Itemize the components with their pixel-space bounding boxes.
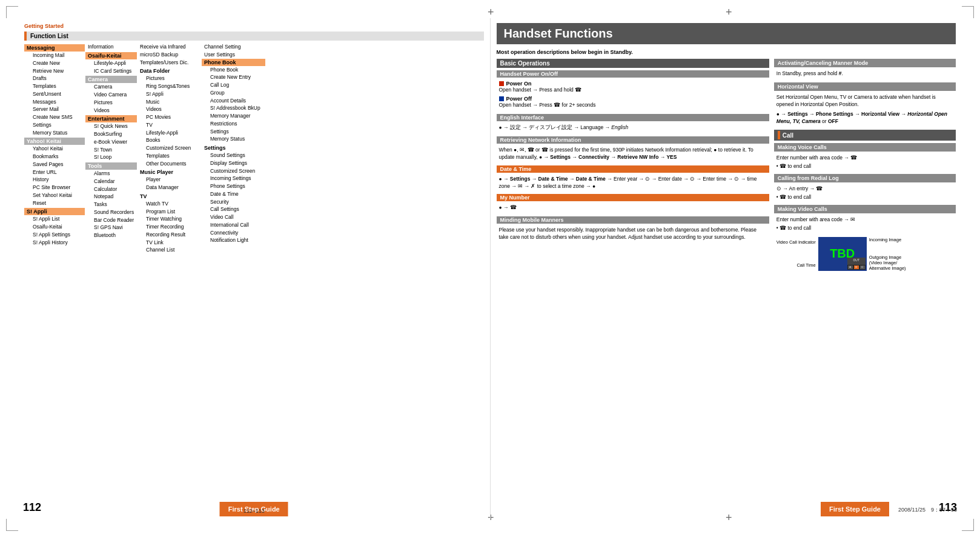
notepad[interactable]: Notepad bbox=[85, 193, 137, 201]
retrieve-new[interactable]: Retrieve New bbox=[24, 67, 85, 75]
calendar[interactable]: Calendar bbox=[85, 178, 137, 185]
reset[interactable]: Reset bbox=[24, 199, 85, 207]
s-customized[interactable]: Customized Screen bbox=[202, 167, 265, 175]
tasks[interactable]: Tasks bbox=[85, 201, 137, 208]
sappli-settings[interactable]: S! Appli Settings bbox=[24, 231, 85, 239]
s-date-time[interactable]: Date & Time bbox=[202, 190, 265, 198]
incoming-mail[interactable]: Incoming Mail bbox=[24, 52, 85, 59]
pb-account[interactable]: Account Details bbox=[202, 97, 265, 105]
horizontal-view-header: Horizontal View bbox=[774, 82, 956, 91]
df-ring-songs[interactable]: Ring Songs&Tones bbox=[137, 82, 201, 90]
pb-memory[interactable]: Memory Manager bbox=[202, 112, 265, 120]
df-pictures[interactable]: Pictures bbox=[137, 75, 201, 82]
enter-url[interactable]: Enter URL bbox=[24, 168, 85, 176]
s-video-call[interactable]: Video Call bbox=[202, 213, 265, 221]
pb-memory-status[interactable]: Memory Status bbox=[202, 135, 265, 143]
s-phone[interactable]: Phone Settings bbox=[202, 182, 265, 190]
df-books[interactable]: Books bbox=[137, 136, 201, 144]
df-pc-movies[interactable]: PC Movies bbox=[137, 113, 201, 121]
pb-group[interactable]: Group bbox=[202, 89, 265, 97]
camera[interactable]: Camera bbox=[85, 83, 137, 91]
df-videos[interactable]: Videos bbox=[137, 105, 201, 113]
s-town[interactable]: S! Town bbox=[85, 146, 137, 154]
tv-timer-watching[interactable]: Timer Watching bbox=[137, 215, 201, 223]
information[interactable]: Information bbox=[85, 43, 137, 51]
create-new[interactable]: Create New bbox=[24, 59, 85, 67]
col-phone-book: Channel Setting User Settings Phone Book… bbox=[202, 43, 265, 254]
tv-program[interactable]: Program List bbox=[137, 208, 201, 216]
df-sappli[interactable]: S! Appli bbox=[137, 90, 201, 98]
create-new-sms[interactable]: Create New SMS bbox=[24, 113, 85, 121]
book-surfing[interactable]: BookSurfing bbox=[85, 130, 137, 138]
network-subsection: Retrieving Network Information When ●, ✉… bbox=[497, 136, 769, 162]
df-customized[interactable]: Customized Screen bbox=[137, 144, 201, 152]
alarms[interactable]: Alarms bbox=[85, 170, 137, 178]
s-loop[interactable]: S! Loop bbox=[85, 153, 137, 161]
pb-settings[interactable]: Settings bbox=[202, 128, 265, 136]
bluetooth[interactable]: Bluetooth bbox=[85, 232, 137, 239]
s-call-settings[interactable]: Call Settings bbox=[202, 205, 265, 213]
s-notification[interactable]: Notification Light bbox=[202, 236, 265, 244]
df-other[interactable]: Other Documents bbox=[137, 160, 201, 168]
history[interactable]: History bbox=[24, 176, 85, 184]
df-tv[interactable]: TV bbox=[137, 121, 201, 129]
s-display[interactable]: Display Settings bbox=[202, 159, 265, 167]
user-settings[interactable]: User Settings bbox=[202, 51, 265, 59]
tools-header: Tools bbox=[85, 162, 137, 170]
sappli-history[interactable]: S! Appli History bbox=[24, 239, 85, 247]
tv-link[interactable]: TV Link bbox=[137, 239, 201, 247]
mp-data-manager[interactable]: Data Manager bbox=[137, 184, 201, 192]
page-range: 112–113 bbox=[243, 508, 265, 514]
pictures[interactable]: Pictures bbox=[85, 99, 137, 107]
bar-code-reader[interactable]: Bar Code Reader bbox=[85, 216, 137, 224]
video-camera[interactable]: Video Camera bbox=[85, 91, 137, 99]
yahoo-keitai[interactable]: Yahoo! Keitai bbox=[24, 145, 85, 153]
s-quick-news[interactable]: S! Quick News bbox=[85, 122, 137, 130]
pc-site-browser[interactable]: PC Site Browser bbox=[24, 184, 85, 192]
pb-phone-book[interactable]: Phone Book bbox=[202, 66, 265, 74]
right-page: Handset Functions Most operation descrip… bbox=[491, 18, 962, 519]
s-connectivity[interactable]: Connectivity bbox=[202, 229, 265, 237]
videos[interactable]: Videos bbox=[85, 107, 137, 115]
s-intl-call[interactable]: International Call bbox=[202, 221, 265, 229]
df-music[interactable]: Music bbox=[137, 98, 201, 106]
templates-users[interactable]: Templates/Users Dic. bbox=[137, 59, 201, 67]
tv-watch[interactable]: Watch TV bbox=[137, 200, 201, 208]
templates[interactable]: Templates bbox=[24, 82, 85, 90]
memory-status-msg[interactable]: Memory Status bbox=[24, 129, 85, 137]
settings-msg[interactable]: Settings bbox=[24, 121, 85, 129]
s-gps-navi[interactable]: S! GPS Navi bbox=[85, 224, 137, 232]
drafts[interactable]: Drafts bbox=[24, 75, 85, 82]
redial-header: Calling from Redial Log bbox=[774, 174, 956, 182]
sappli-list[interactable]: S! Appli List bbox=[24, 215, 85, 223]
channel-setting[interactable]: Channel Setting bbox=[202, 43, 265, 51]
pb-restrictions[interactable]: Restrictions bbox=[202, 120, 265, 128]
e-book-viewer[interactable]: e-Book Viewer bbox=[85, 138, 137, 146]
pb-create-new[interactable]: Create New Entry bbox=[202, 73, 265, 81]
receive-infrared[interactable]: Receive via Infrared bbox=[137, 43, 201, 51]
pb-addressbook[interactable]: S! Addressbook BkUp bbox=[202, 104, 265, 112]
mp-player[interactable]: Player bbox=[137, 176, 201, 184]
microsd-backup[interactable]: microSD Backup bbox=[137, 51, 201, 59]
df-templates[interactable]: Templates bbox=[137, 152, 201, 160]
s-security[interactable]: Security bbox=[202, 198, 265, 206]
calculator[interactable]: Calculator bbox=[85, 185, 137, 193]
ic-card-settings[interactable]: IC Card Settings bbox=[85, 67, 137, 75]
tv-timer-recording[interactable]: Timer Recording bbox=[137, 223, 201, 231]
lifestyle-appli[interactable]: Lifestyle-Appli bbox=[85, 59, 137, 67]
s-sound[interactable]: Sound Settings bbox=[202, 152, 265, 159]
server-mail[interactable]: Server Mail bbox=[24, 105, 85, 113]
tv-recording-result[interactable]: Recording Result bbox=[137, 231, 201, 239]
sound-recorders[interactable]: Sound Recorders bbox=[85, 208, 137, 216]
saved-pages[interactable]: Saved Pages bbox=[24, 161, 85, 168]
bookmarks[interactable]: Bookmarks bbox=[24, 153, 85, 161]
manner-desc: In Standby, press and hold #. bbox=[774, 69, 956, 79]
pb-call-log[interactable]: Call Log bbox=[202, 81, 265, 89]
first-step-right[interactable]: First Step Guide bbox=[821, 502, 889, 516]
df-lifestyle[interactable]: Lifestyle-Appli bbox=[137, 129, 201, 137]
s-incoming[interactable]: Incoming Settings bbox=[202, 175, 265, 182]
tv-channel-list[interactable]: Channel List bbox=[137, 246, 201, 254]
set-yahoo[interactable]: Set Yahoo! Keitai bbox=[24, 192, 85, 199]
sent-unsent[interactable]: Sent/Unsent Messages bbox=[24, 90, 85, 106]
osaifu-keitai-sappli[interactable]: Osaifu-Keitai bbox=[24, 223, 85, 231]
